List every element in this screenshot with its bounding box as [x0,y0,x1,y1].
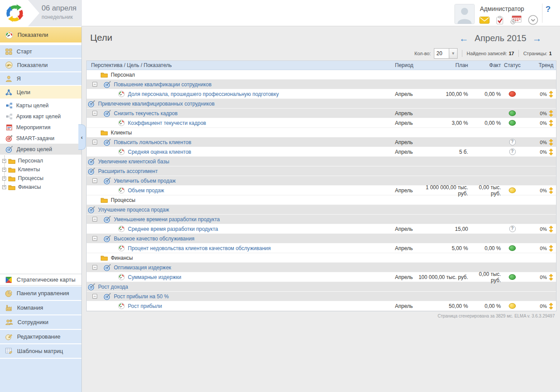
sidebar-item-me[interactable]: Я [0,72,81,85]
expand-plus-icon[interactable]: + [2,177,6,180]
sidebar-item-goal-tree[interactable]: Дерево целей [0,144,81,155]
goal-link[interactable]: Оптимизация издержек [114,265,171,271]
sidebar-tree-item-personnel[interactable]: +Персонал [0,156,81,165]
goal-link[interactable]: Увеличение клиентской базы [98,159,169,165]
trend-arrows-icon[interactable] [549,139,553,146]
trend-value: 0% [540,304,547,309]
sidebar-item-indicators-module[interactable]: Показатели [0,27,81,42]
row-period-cell: Апрель [395,303,417,309]
goal-link[interactable]: Расширить ассортимент [98,168,158,174]
logo-badge[interactable] [0,0,40,26]
next-month-icon[interactable]: → [532,34,542,43]
goal-link[interactable]: Уменьшение времени разработки продукта [114,216,220,222]
goal-icon [104,293,111,300]
table-row: Суммарные издержкиАпрель100 000,00 тыс. … [87,272,556,282]
tasks-icon[interactable] [496,16,504,25]
trend-arrows-icon[interactable] [549,120,553,127]
calendar-icon[interactable] [510,15,522,25]
goal-link[interactable]: Улучшение процесса продаж [98,207,169,213]
indicator-link[interactable]: Процент недовольства клиентов качеством … [128,245,271,251]
sidebar-item-label: Архив карт целей [16,113,61,120]
indicator-link[interactable]: Средняя оценка клиентов [128,149,191,155]
sidebar-tree-label: Клиенты [18,166,40,173]
indicator-link[interactable]: Рост прибыли [128,303,162,309]
row-name-cell: Среднее время разработки продукта [87,224,395,233]
expand-menu-icon[interactable] [528,15,538,25]
trend-arrows-icon[interactable] [549,245,553,252]
sidebar-tree-item-processes[interactable]: +Процессы [0,174,81,183]
goal-link[interactable]: Снизить текучесть кадров [114,110,178,117]
collapse-minus-icon[interactable]: − [92,265,97,270]
sidebar-item-activities[interactable]: Мероприятия [0,122,81,133]
trend-arrows-icon[interactable] [549,187,553,194]
goal-link[interactable]: Рост дохода [98,284,128,290]
avatar[interactable] [454,4,475,24]
sidebar-item-goals[interactable]: Цели [0,86,81,99]
goal-link[interactable]: Повысить лояльность клиентов [114,139,191,145]
sidebar-item-goal-maps-archive[interactable]: Архив карт целей [0,111,81,122]
column-period[interactable]: Период [395,62,417,68]
sidebar-item-dashboards[interactable]: Панели управления [0,286,81,300]
expand-plus-icon[interactable]: + [2,159,6,163]
column-plan[interactable]: План [417,62,468,68]
indicator-link[interactable]: Объем продаж [128,187,164,194]
indicator-link[interactable]: Среднее время разработки продукта [128,226,218,232]
sidebar-item-employees[interactable]: Сотрудники [0,315,81,329]
trend-arrows-icon[interactable] [549,91,553,98]
page-size-dropdown-icon[interactable]: ▼ [449,48,458,59]
column-trend[interactable]: Тренд [524,62,556,68]
expand-plus-icon[interactable]: + [2,168,6,172]
collapse-minus-icon[interactable]: − [92,236,97,241]
goal-icon [104,235,111,242]
collapse-minus-icon[interactable]: − [92,178,97,183]
trend-arrows-icon[interactable] [549,274,553,281]
user-name[interactable]: Администратор [480,5,524,12]
row-status-cell [501,120,524,126]
expand-plus-icon[interactable]: + [2,185,6,189]
trend-arrows-icon[interactable] [549,303,553,310]
sidebar-item-smart-tasks[interactable]: SMART-задачи [0,133,81,144]
prev-month-icon[interactable]: ← [459,34,468,43]
column-name[interactable]: Перспектива / Цель / Показатель [87,61,395,70]
collapse-minus-icon[interactable]: − [92,217,97,222]
indicator-link[interactable]: Доля персонала, прошедшего профессиональ… [128,91,279,97]
row-fact-cell: 0,00 тыс. руб. [468,271,501,283]
goal-link[interactable]: Повышение квалификации сотрудников [114,81,211,88]
trend-arrows-icon[interactable] [549,226,553,233]
sidebar-item-editing[interactable]: Редактирование [0,330,81,343]
sidebar-tree-item-clients[interactable]: +Клиенты [0,165,81,174]
goal-link[interactable]: Увеличить объем продаж [114,178,176,184]
sidebar-tree-item-finances[interactable]: +Финансы [0,183,81,191]
goal-link[interactable]: Высокое качество обслуживания [114,236,194,242]
collapse-minus-icon[interactable]: − [92,294,97,299]
sidebar-item-strategy-maps[interactable]: Стратегические карты [0,274,81,286]
page-size-input[interactable] [434,48,449,59]
sidebar-collapse-handle[interactable]: ‹ [78,124,86,150]
collapse-minus-icon[interactable]: − [92,111,97,116]
collapse-minus-icon[interactable]: − [92,82,97,87]
speedo-color-icon [5,31,13,39]
column-fact[interactable]: Факт [468,62,501,68]
goal-link[interactable]: Рост прибыли на 50 % [114,293,169,300]
row-name-cell: Объем продаж [87,186,395,195]
indicator-link[interactable]: Суммарные издержки [128,274,181,280]
sidebar-item-company[interactable]: Компания [0,301,81,314]
column-status[interactable]: Статус [501,62,524,68]
trend-arrows-icon[interactable] [549,110,553,117]
sidebar-item-indicators[interactable]: Показатели [0,59,81,71]
help-button[interactable]: ? [546,4,551,14]
sidebar-item-goal-maps[interactable]: Карты целей [0,100,81,111]
goal-link[interactable]: Привлечение квалифицированных сотруднико… [98,101,215,107]
collapse-minus-icon[interactable]: − [92,140,97,145]
row-name-cell: Процессы [87,195,395,205]
mail-icon[interactable] [479,17,490,24]
toolbar-separator [462,50,462,57]
goals-table: Перспектива / Цель / Показатель Период П… [86,60,556,311]
row-status-cell [501,245,524,251]
indicator-link[interactable]: Коэффициент текучести кадров [128,120,206,126]
sidebar-item-start[interactable]: Старт [0,45,81,58]
row-name-cell: −Увеличить объем продаж [87,176,395,185]
sidebar-main-group: ПоказателиСтартПоказателиЯЦели [0,26,81,99]
trend-arrows-icon[interactable] [549,148,553,155]
sidebar-item-matrix-templates[interactable]: Шаблоны матриц [0,344,81,358]
